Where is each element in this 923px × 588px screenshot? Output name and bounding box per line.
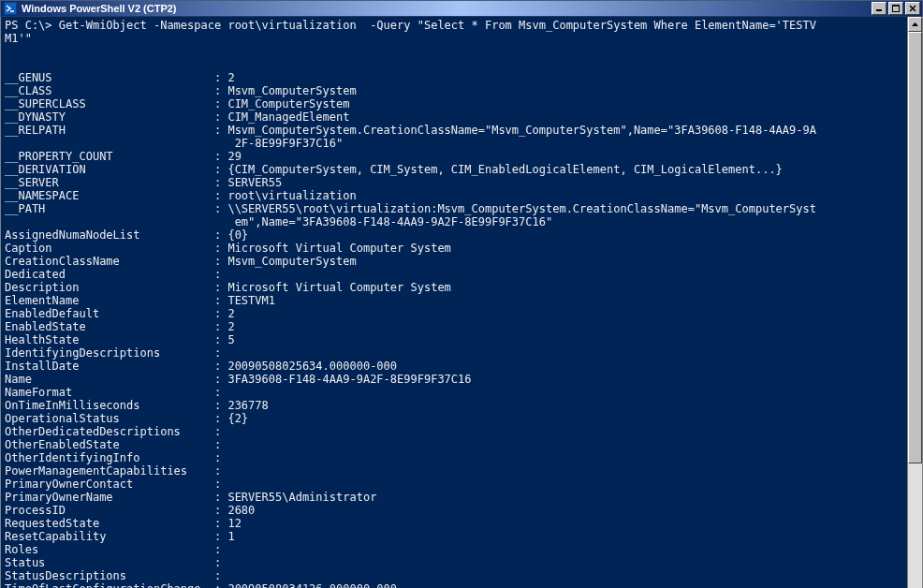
- close-button[interactable]: [905, 2, 920, 15]
- svg-marker-8: [912, 22, 918, 26]
- maximize-button[interactable]: [888, 2, 903, 15]
- minimize-button[interactable]: [872, 2, 886, 15]
- scroll-track[interactable]: [908, 32, 922, 588]
- console-output[interactable]: PS C:\> Get-WmiObject -Namespace root\vi…: [1, 17, 907, 588]
- titlebar[interactable]: Windows PowerShell V2 (CTP2): [0, 0, 923, 17]
- scroll-thumb[interactable]: [908, 32, 922, 463]
- console-area: PS C:\> Get-WmiObject -Namespace root\vi…: [0, 17, 923, 588]
- scroll-up-button[interactable]: [908, 17, 922, 32]
- powershell-icon: [3, 1, 18, 16]
- window-title: Windows PowerShell V2 (CTP2): [22, 3, 872, 14]
- vertical-scrollbar[interactable]: [907, 17, 922, 588]
- window-controls: [872, 2, 920, 15]
